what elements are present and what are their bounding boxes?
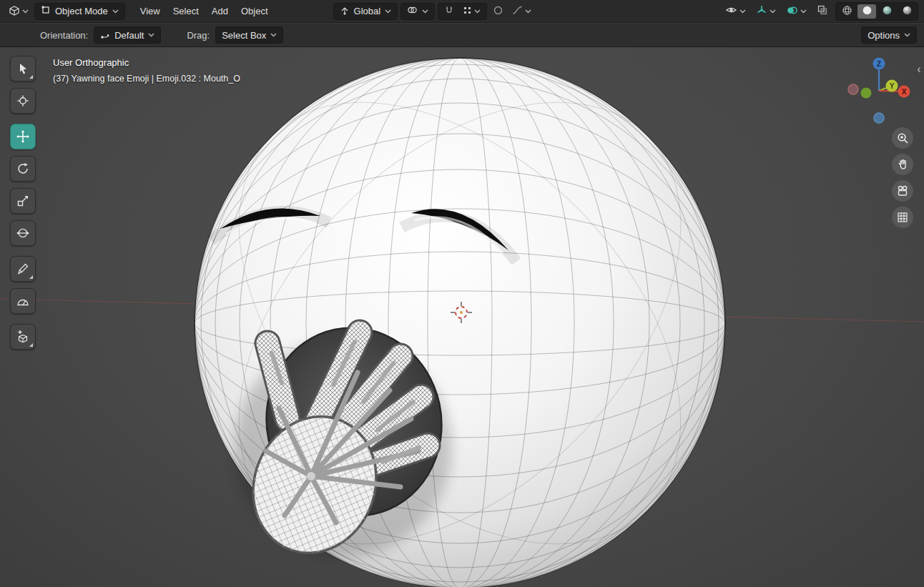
- chevron-down-icon: [148, 33, 154, 37]
- header-menu-bar: View Select Add Object: [134, 3, 275, 19]
- rotate-icon: [16, 162, 30, 176]
- palm-center-vertex: [307, 472, 315, 480]
- shading-solid-button[interactable]: [857, 4, 876, 19]
- orientation-value: Default: [114, 30, 144, 41]
- orientation-globe-icon: [340, 5, 350, 17]
- gizmos-toggle-dropdown[interactable]: [753, 2, 779, 20]
- emoji-object[interactable]: [156, 47, 764, 587]
- scene-render: [0, 47, 924, 587]
- orientation-axes-icon: [100, 29, 110, 41]
- drag-mode-value: Select Box: [222, 30, 266, 41]
- gizmo-neg-x-ball[interactable]: [848, 84, 858, 94]
- grid-icon: [896, 211, 909, 224]
- move-icon: [16, 129, 30, 144]
- orientation-label: Orientation:: [40, 30, 88, 41]
- chevron-down-icon: [22, 9, 29, 14]
- eye-icon: [725, 5, 737, 17]
- gizmo-neg-z-ball[interactable]: [874, 113, 884, 123]
- pivot-point-dropdown[interactable]: [400, 3, 435, 20]
- tool-annotate[interactable]: [10, 256, 36, 282]
- proportional-falloff-dropdown[interactable]: [509, 3, 534, 19]
- gizmo-x-label: X: [902, 88, 907, 96]
- drag-label: Drag:: [187, 30, 210, 41]
- snap-toggle[interactable]: [441, 3, 457, 19]
- tool-select-box[interactable]: [10, 56, 36, 82]
- measure-protractor-icon: [16, 294, 30, 308]
- magnet-icon: [444, 5, 454, 17]
- shading-rendered-button[interactable]: [898, 4, 916, 19]
- xray-icon: [817, 4, 828, 18]
- viewport-shading-group: [835, 2, 918, 21]
- camera-icon: [896, 184, 909, 197]
- snap-increment-icon: [463, 6, 472, 17]
- perspective-toggle-button[interactable]: [892, 207, 913, 228]
- viewport-3d[interactable]: User Orthographic (37) Yawning face Emoj…: [0, 47, 924, 587]
- object-mode-icon: [41, 5, 51, 17]
- wireframe-sphere-icon: [842, 5, 852, 18]
- magnifier-icon: [896, 132, 909, 144]
- gizmo-axes-icon: [756, 4, 767, 18]
- chevron-down-icon: [525, 9, 531, 14]
- proportional-circle-icon: [493, 5, 503, 18]
- tool-scale[interactable]: [10, 188, 36, 214]
- pan-button[interactable]: [892, 154, 913, 175]
- sidebar-expand-toggle[interactable]: ‹: [914, 60, 924, 79]
- chevron-down-icon: [112, 9, 119, 14]
- material-sphere-icon: [882, 5, 893, 18]
- snap-target-dropdown[interactable]: [460, 4, 483, 19]
- object-visibility-dropdown[interactable]: [722, 3, 749, 19]
- menu-view[interactable]: View: [134, 3, 167, 19]
- tool-column: [10, 56, 36, 350]
- options-dropdown[interactable]: Options: [861, 26, 917, 44]
- editor-type-dropdown[interactable]: [6, 2, 31, 20]
- snapping-group: [438, 3, 487, 20]
- chevron-down-icon: [474, 9, 481, 14]
- falloff-curve-icon: [512, 5, 523, 17]
- chevron-down-icon: [270, 33, 277, 37]
- chevron-down-icon: [422, 9, 428, 14]
- options-label: Options: [868, 30, 900, 41]
- tool-settings-bar: Orientation: Default Drag: Select Box Op…: [0, 24, 924, 47]
- menu-select[interactable]: Select: [167, 3, 205, 19]
- zoom-button[interactable]: [892, 127, 913, 149]
- tool-add-cube[interactable]: [10, 324, 36, 350]
- shading-material-button[interactable]: [878, 4, 896, 19]
- cursor-crosshair-icon: [16, 94, 30, 108]
- tool-move[interactable]: [10, 124, 36, 149]
- tool-measure[interactable]: [10, 288, 36, 314]
- chevron-down-icon: [904, 33, 910, 37]
- camera-view-button[interactable]: [892, 180, 913, 202]
- navigation-gizmo[interactable]: Z Y X: [844, 54, 915, 129]
- header-bar: Object Mode View Select Add Object Globa…: [0, 0, 924, 23]
- subtool-indicator: [29, 275, 33, 279]
- chevron-down-icon: [800, 9, 807, 14]
- gizmo-y-label: Y: [890, 82, 895, 90]
- overlays-toggle-dropdown[interactable]: [783, 3, 810, 20]
- chevron-down-icon: [739, 9, 746, 14]
- menu-add[interactable]: Add: [205, 3, 235, 19]
- transform-icon: [16, 226, 30, 240]
- tool-transform[interactable]: [10, 220, 36, 246]
- drag-mode-dropdown[interactable]: Select Box: [215, 26, 283, 44]
- tool-rotate[interactable]: [10, 156, 36, 182]
- mode-dropdown-label: Object Mode: [55, 6, 108, 16]
- annotate-pen-icon: [16, 262, 30, 276]
- drag-orientation-dropdown[interactable]: Default: [94, 26, 161, 44]
- mode-dropdown[interactable]: Object Mode: [34, 3, 125, 20]
- proportional-editing-toggle[interactable]: [490, 3, 506, 20]
- tool-cursor[interactable]: [10, 88, 36, 114]
- gizmo-neg-y-ball[interactable]: [861, 88, 872, 99]
- menu-object[interactable]: Object: [235, 3, 275, 19]
- transform-orientation-dropdown[interactable]: Global: [333, 3, 398, 20]
- subtool-indicator: [29, 343, 33, 347]
- xray-toggle[interactable]: [814, 2, 831, 20]
- gizmo-z-label: Z: [877, 60, 881, 68]
- shading-wireframe-button[interactable]: [837, 4, 856, 19]
- pointer-icon: [20, 64, 26, 74]
- orientation-dropdown-label: Global: [354, 6, 381, 16]
- chevron-down-icon: [385, 9, 391, 14]
- solid-sphere-icon: [862, 5, 873, 18]
- pivot-point-icon: [407, 5, 418, 17]
- chevron-down-icon: [770, 9, 776, 14]
- subtool-indicator: [29, 75, 33, 79]
